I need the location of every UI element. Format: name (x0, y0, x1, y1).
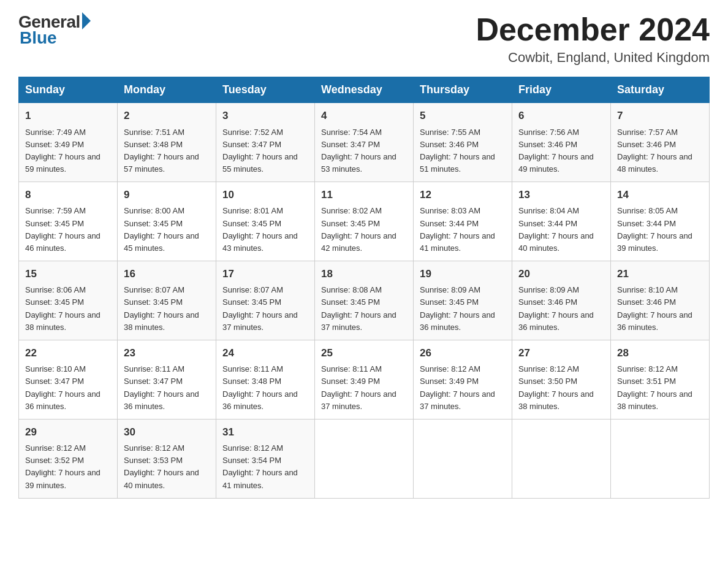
day-number: 18 (321, 266, 407, 282)
day-number: 11 (321, 187, 407, 203)
calendar-week-row: 8Sunrise: 7:59 AMSunset: 3:45 PMDaylight… (19, 182, 710, 261)
day-number: 15 (25, 266, 111, 282)
calendar-cell: 4Sunrise: 7:54 AMSunset: 3:47 PMDaylight… (315, 103, 414, 182)
day-info: Sunrise: 8:05 AMSunset: 3:44 PMDaylight:… (617, 205, 703, 255)
day-header-saturday: Saturday (611, 77, 710, 103)
calendar-cell: 11Sunrise: 8:02 AMSunset: 3:45 PMDayligh… (315, 182, 414, 261)
day-number: 14 (617, 187, 703, 203)
day-info: Sunrise: 8:02 AMSunset: 3:45 PMDaylight:… (321, 205, 407, 255)
day-number: 1 (25, 108, 111, 124)
day-info: Sunrise: 7:52 AMSunset: 3:47 PMDaylight:… (222, 126, 308, 176)
day-info: Sunrise: 8:04 AMSunset: 3:44 PMDaylight:… (518, 205, 604, 255)
day-number: 13 (518, 187, 604, 203)
day-number: 22 (25, 345, 111, 361)
day-number: 19 (420, 266, 506, 282)
day-info: Sunrise: 8:10 AMSunset: 3:46 PMDaylight:… (617, 284, 703, 334)
calendar-cell (315, 419, 414, 498)
day-info: Sunrise: 8:12 AMSunset: 3:50 PMDaylight:… (518, 363, 604, 413)
calendar-week-row: 15Sunrise: 8:06 AMSunset: 3:45 PMDayligh… (19, 261, 710, 340)
day-number: 23 (124, 345, 210, 361)
calendar-cell: 1Sunrise: 7:49 AMSunset: 3:49 PMDaylight… (19, 103, 118, 182)
day-number: 6 (518, 108, 604, 124)
calendar-cell: 24Sunrise: 8:11 AMSunset: 3:48 PMDayligh… (216, 340, 315, 419)
calendar-cell: 13Sunrise: 8:04 AMSunset: 3:44 PMDayligh… (512, 182, 611, 261)
logo-triangle-icon (82, 12, 91, 29)
calendar-cell: 29Sunrise: 8:12 AMSunset: 3:52 PMDayligh… (19, 419, 118, 498)
day-info: Sunrise: 7:55 AMSunset: 3:46 PMDaylight:… (420, 126, 506, 176)
day-info: Sunrise: 7:49 AMSunset: 3:49 PMDaylight:… (25, 126, 111, 176)
calendar-cell: 7Sunrise: 7:57 AMSunset: 3:46 PMDaylight… (611, 103, 710, 182)
day-number: 21 (617, 266, 703, 282)
day-info: Sunrise: 8:11 AMSunset: 3:49 PMDaylight:… (321, 363, 407, 413)
day-number: 28 (617, 345, 703, 361)
day-info: Sunrise: 8:11 AMSunset: 3:48 PMDaylight:… (222, 363, 308, 413)
calendar-cell: 28Sunrise: 8:12 AMSunset: 3:51 PMDayligh… (611, 340, 710, 419)
day-number: 31 (222, 424, 308, 440)
title-area: December 2024 Cowbit, England, United Ki… (476, 12, 710, 66)
calendar-cell: 21Sunrise: 8:10 AMSunset: 3:46 PMDayligh… (611, 261, 710, 340)
day-info: Sunrise: 8:01 AMSunset: 3:45 PMDaylight:… (222, 205, 308, 255)
day-info: Sunrise: 8:08 AMSunset: 3:45 PMDaylight:… (321, 284, 407, 334)
calendar-cell: 6Sunrise: 7:56 AMSunset: 3:46 PMDaylight… (512, 103, 611, 182)
calendar-cell (611, 419, 710, 498)
day-header-friday: Friday (512, 77, 611, 103)
calendar-cell: 2Sunrise: 7:51 AMSunset: 3:48 PMDaylight… (118, 103, 216, 182)
calendar-week-row: 29Sunrise: 8:12 AMSunset: 3:52 PMDayligh… (19, 419, 710, 498)
day-number: 20 (518, 266, 604, 282)
calendar-cell: 22Sunrise: 8:10 AMSunset: 3:47 PMDayligh… (19, 340, 118, 419)
day-number: 7 (617, 108, 703, 124)
day-number: 29 (25, 424, 111, 440)
day-info: Sunrise: 8:09 AMSunset: 3:46 PMDaylight:… (518, 284, 604, 334)
calendar-week-row: 22Sunrise: 8:10 AMSunset: 3:47 PMDayligh… (19, 340, 710, 419)
calendar-cell (414, 419, 512, 498)
calendar-cell: 9Sunrise: 8:00 AMSunset: 3:45 PMDaylight… (118, 182, 216, 261)
day-info: Sunrise: 8:00 AMSunset: 3:45 PMDaylight:… (124, 205, 210, 255)
day-info: Sunrise: 8:07 AMSunset: 3:45 PMDaylight:… (222, 284, 308, 334)
day-number: 4 (321, 108, 407, 124)
day-number: 25 (321, 345, 407, 361)
day-info: Sunrise: 7:57 AMSunset: 3:46 PMDaylight:… (617, 126, 703, 176)
calendar-cell: 26Sunrise: 8:12 AMSunset: 3:49 PMDayligh… (414, 340, 512, 419)
day-header-sunday: Sunday (19, 77, 118, 103)
day-number: 9 (124, 187, 210, 203)
calendar-cell: 5Sunrise: 7:55 AMSunset: 3:46 PMDaylight… (414, 103, 512, 182)
calendar-cell: 25Sunrise: 8:11 AMSunset: 3:49 PMDayligh… (315, 340, 414, 419)
calendar-cell: 10Sunrise: 8:01 AMSunset: 3:45 PMDayligh… (216, 182, 315, 261)
day-header-monday: Monday (118, 77, 216, 103)
day-number: 5 (420, 108, 506, 124)
logo-blue-text: Blue (20, 28, 57, 48)
page-header: General Blue December 2024 Cowbit, Engla… (18, 12, 710, 66)
day-number: 30 (124, 424, 210, 440)
day-number: 16 (124, 266, 210, 282)
day-info: Sunrise: 8:12 AMSunset: 3:49 PMDaylight:… (420, 363, 506, 413)
day-number: 12 (420, 187, 506, 203)
day-number: 3 (222, 108, 308, 124)
calendar-cell: 19Sunrise: 8:09 AMSunset: 3:45 PMDayligh… (414, 261, 512, 340)
day-info: Sunrise: 8:12 AMSunset: 3:54 PMDaylight:… (222, 442, 308, 492)
month-title: December 2024 (476, 12, 710, 47)
calendar-cell: 16Sunrise: 8:07 AMSunset: 3:45 PMDayligh… (118, 261, 216, 340)
day-number: 17 (222, 266, 308, 282)
day-info: Sunrise: 8:10 AMSunset: 3:47 PMDaylight:… (25, 363, 111, 413)
calendar-table: SundayMondayTuesdayWednesdayThursdayFrid… (18, 77, 710, 499)
day-header-wednesday: Wednesday (315, 77, 414, 103)
calendar-cell: 12Sunrise: 8:03 AMSunset: 3:44 PMDayligh… (414, 182, 512, 261)
day-number: 24 (222, 345, 308, 361)
calendar-header-row: SundayMondayTuesdayWednesdayThursdayFrid… (19, 77, 710, 103)
day-number: 26 (420, 345, 506, 361)
calendar-cell: 30Sunrise: 8:12 AMSunset: 3:53 PMDayligh… (118, 419, 216, 498)
day-info: Sunrise: 8:09 AMSunset: 3:45 PMDaylight:… (420, 284, 506, 334)
calendar-cell: 18Sunrise: 8:08 AMSunset: 3:45 PMDayligh… (315, 261, 414, 340)
calendar-cell: 27Sunrise: 8:12 AMSunset: 3:50 PMDayligh… (512, 340, 611, 419)
day-number: 10 (222, 187, 308, 203)
day-number: 2 (124, 108, 210, 124)
day-header-tuesday: Tuesday (216, 77, 315, 103)
day-info: Sunrise: 8:11 AMSunset: 3:47 PMDaylight:… (124, 363, 210, 413)
day-info: Sunrise: 8:06 AMSunset: 3:45 PMDaylight:… (25, 284, 111, 334)
day-info: Sunrise: 8:12 AMSunset: 3:52 PMDaylight:… (25, 442, 111, 492)
location-label: Cowbit, England, United Kingdom (476, 50, 710, 66)
calendar-cell: 23Sunrise: 8:11 AMSunset: 3:47 PMDayligh… (118, 340, 216, 419)
day-info: Sunrise: 7:59 AMSunset: 3:45 PMDaylight:… (25, 205, 111, 255)
day-info: Sunrise: 8:03 AMSunset: 3:44 PMDaylight:… (420, 205, 506, 255)
day-header-thursday: Thursday (414, 77, 512, 103)
